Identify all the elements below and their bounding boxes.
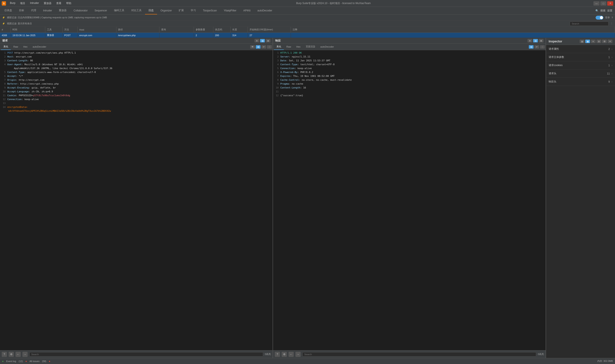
nav-tab-encoder[interactable]: 编码工具 (110, 7, 128, 14)
nav-tab-intruder[interactable]: Intruder (40, 7, 55, 14)
inspector-item-4[interactable]: 响应头 9 › (546, 78, 615, 86)
th-path[interactable]: 路径 (116, 27, 160, 33)
nav-tab-yitaiqi[interactable]: YitaiqiFilter (220, 7, 240, 14)
nav-tab-dashboard[interactable]: 仪表盘 (1, 7, 15, 14)
search-label: 搜索 (600, 9, 605, 13)
th-length[interactable]: 长度 (231, 27, 248, 33)
resp-menu-btn[interactable]: ⋮ (540, 45, 545, 49)
resp-view-btn2[interactable]: ⊞ (539, 39, 544, 42)
resp-tab-raw[interactable]: Raw (284, 44, 294, 50)
req-tab-hex[interactable]: Hex (21, 44, 30, 50)
resp-line-5: 5 Connection: keep-alive (274, 66, 545, 70)
login-label[interactable]: 登录 (605, 16, 610, 19)
menu-project[interactable]: 项目 (18, 1, 27, 6)
nav-tab-log[interactable]: 日志 (145, 7, 157, 14)
th-host[interactable]: Host (78, 27, 116, 33)
nav-tab-organizer[interactable]: Organizer (157, 7, 175, 14)
nav-tab-extensions[interactable]: 扩展 (175, 7, 187, 14)
window-controls: — □ ✕ (593, 1, 613, 6)
menu-burp[interactable]: Burp (8, 1, 17, 6)
resp-tab-autodecoder[interactable]: autoDecoder (318, 44, 337, 50)
resp-forward-btn[interactable]: → (295, 352, 301, 357)
insp-close-btn[interactable]: ✕ (608, 39, 612, 43)
nav-tab-learn[interactable]: 学习 (187, 7, 199, 14)
response-search-input[interactable] (302, 352, 536, 356)
resp-help-btn[interactable]: ? (275, 352, 280, 357)
inspector-item-2[interactable]: 请求cookies 1 › (546, 61, 615, 69)
req-help-btn[interactable]: ? (2, 352, 7, 357)
resp-view-btn1[interactable]: ▤ (533, 39, 538, 42)
resp-tab-render[interactable]: 页面渲染 (303, 44, 318, 50)
request-search-input[interactable] (29, 352, 263, 356)
resp-tab-hex[interactable]: Hex (294, 44, 303, 50)
resp-wrap-btn[interactable]: ↵ (534, 45, 539, 49)
req-back-btn[interactable]: ← (15, 352, 21, 357)
inspector-item-3[interactable]: 请求头 11 › (546, 69, 615, 78)
nav-tab-apikit[interactable]: APIKit (240, 7, 254, 14)
minimize-button[interactable]: — (593, 1, 600, 6)
capture-toggle[interactable] (596, 16, 603, 20)
settings-label[interactable]: 设置 (607, 9, 612, 13)
nav-tab-repeater[interactable]: 重放器 (55, 7, 70, 14)
pause-btn[interactable]: ⏸ (255, 39, 259, 42)
insp-filter-btn[interactable]: ⊟ (597, 39, 601, 43)
th-status[interactable]: 状态码 (213, 27, 231, 33)
th-tool[interactable]: 工具 (45, 27, 63, 33)
close-button[interactable]: ✕ (607, 1, 613, 6)
request-code-area[interactable]: 1 POST http://encrypt.com/encrypt/aes.ph… (0, 50, 273, 350)
req-tab-beautify[interactable]: 美化 (1, 44, 11, 50)
maximize-button[interactable]: □ (600, 1, 606, 6)
insp-settings-btn[interactable]: ⚙ (602, 39, 607, 43)
insp-align-btn[interactable]: ≡ (591, 39, 596, 43)
resp-pause-btn[interactable]: ⏸ (528, 39, 532, 42)
inspector-item-1[interactable]: 请求主体参数 1 › (546, 53, 615, 61)
resp-line-10: 10 Content-Length: 16 (274, 86, 545, 90)
view-filter-menu[interactable]: ⋮ (611, 22, 613, 25)
req-tab-raw[interactable]: Raw (11, 44, 21, 50)
req-forward-btn[interactable]: → (22, 352, 27, 357)
menu-view[interactable]: 查看 (54, 1, 64, 6)
menu-repeater[interactable]: 重放器 (41, 1, 54, 6)
insp-view-btn2[interactable]: ▦ (585, 39, 590, 43)
inspector-item-label-0: 请求属性 (549, 47, 608, 51)
view-btn1[interactable]: ▤ (260, 39, 265, 42)
nav-tab-proxy[interactable]: 代理 (27, 7, 40, 14)
filter-bar-view: ⚡ 视图过滤: 显示所有条目 ⋮ (0, 21, 615, 27)
nav-tab-autodecoder[interactable]: autoDecoder (254, 7, 276, 14)
th-id[interactable]: # (0, 27, 11, 33)
th-note[interactable]: 注释 (291, 27, 615, 33)
menu-intruder[interactable]: Intruder (28, 1, 41, 6)
table-search-input[interactable] (570, 22, 609, 26)
view-btn2[interactable]: ⊞ (266, 39, 271, 42)
req-eye-btn[interactable]: 👁 (250, 45, 255, 49)
req-menu-btn[interactable]: ⋮ (267, 45, 272, 49)
req-wrap-btn[interactable]: ↵ (261, 45, 266, 49)
nav-tab-tsojan[interactable]: TsiojanScan (199, 7, 220, 14)
req-format-btn[interactable]: ▤ (256, 45, 260, 49)
chevron-icon-4: › (612, 80, 612, 83)
th-method[interactable]: 方法 (63, 27, 78, 33)
response-code-area[interactable]: 1 HTTP/1.1 200 OK 2 Server: nginx/1.15.1… (273, 50, 546, 350)
th-query[interactable]: 查询 (160, 27, 194, 33)
event-log-label[interactable]: Event log (6, 360, 16, 363)
help-icon[interactable]: ? (612, 16, 613, 19)
resp-settings-btn[interactable]: ⚙ (282, 352, 287, 357)
nav-tab-target[interactable]: 目标 (15, 7, 27, 14)
th-params[interactable]: 参数数量 (194, 27, 213, 33)
resp-tab-beautify[interactable]: 美化 (274, 44, 284, 50)
th-timer[interactable]: 开始响应计时器(timer) (248, 27, 291, 33)
insp-view-btn1[interactable]: ▤ (580, 39, 584, 43)
menu-help[interactable]: 帮助 (64, 1, 73, 6)
table-row[interactable]: 4308 19:53:36 11 Jan 2025 重放器 POST encry… (0, 33, 615, 38)
nav-tab-compare[interactable]: 对比工具 (128, 7, 145, 14)
td-time: 19:53:36 11 Jan 2025 (11, 33, 45, 38)
inspector-item-0[interactable]: 请求属性 2 › (546, 45, 615, 53)
req-settings-btn[interactable]: ⚙ (9, 352, 14, 357)
all-issues-label[interactable]: All issues (29, 360, 40, 363)
resp-back-btn[interactable]: ← (288, 352, 294, 357)
req-tab-autodecoder[interactable]: autoDecoder (30, 44, 49, 50)
resp-format-btn[interactable]: ▤ (529, 45, 533, 49)
th-time[interactable]: 时间 (11, 27, 45, 33)
nav-tab-collaborator[interactable]: Collaborator (70, 7, 91, 14)
nav-tab-sequencer[interactable]: Sequencer (91, 7, 110, 14)
